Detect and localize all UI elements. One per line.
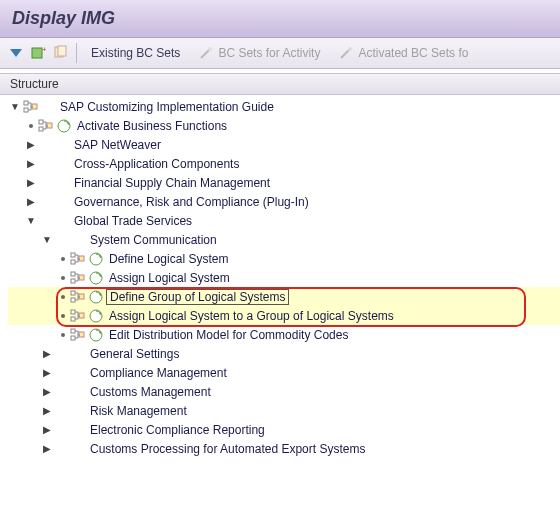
collapse-icon[interactable]: ▼ <box>24 214 38 228</box>
tree-label: Cross-Application Components <box>71 157 239 171</box>
tree-label: Global Trade Services <box>71 214 192 228</box>
activated-bc-sets-label: Activated BC Sets fo <box>358 46 468 60</box>
svg-point-28 <box>90 291 102 303</box>
structure-icon <box>38 118 54 134</box>
tree-label: System Communication <box>87 233 217 247</box>
doc-icon[interactable] <box>52 45 68 61</box>
title-bar: Display IMG <box>0 0 560 38</box>
expand-icon[interactable]: ▶ <box>24 176 38 190</box>
bc-sets-activity-button[interactable]: BC Sets for Activity <box>192 42 326 64</box>
tree-node-define-ls[interactable]: Define Logical System <box>8 249 560 268</box>
svg-rect-25 <box>71 291 75 295</box>
tree-node-edit-dist[interactable]: Edit Distribution Model for Commodity Co… <box>8 325 560 344</box>
svg-rect-10 <box>39 120 43 124</box>
leaf-dot-icon <box>61 295 65 299</box>
activity-icon[interactable] <box>88 270 104 286</box>
expand-icon[interactable]: ▶ <box>24 138 38 152</box>
tree-label: Risk Management <box>87 404 187 418</box>
toolbar-separator <box>76 43 77 63</box>
tree-node-netweaver[interactable]: ▶ SAP NetWeaver <box>8 135 560 154</box>
tree-label: SAP Customizing Implementation Guide <box>57 100 274 114</box>
svg-rect-11 <box>39 127 43 131</box>
expand-icon[interactable]: ▶ <box>24 195 38 209</box>
add-node-icon[interactable]: + <box>30 45 46 61</box>
structure-icon <box>70 308 86 324</box>
expand-icon[interactable]: ▶ <box>40 404 54 418</box>
tree-node-syscomm[interactable]: ▼ System Communication <box>8 230 560 249</box>
activated-bc-sets-button[interactable]: Activated BC Sets fo <box>332 42 474 64</box>
collapse-icon[interactable]: ▼ <box>40 233 54 247</box>
svg-rect-16 <box>71 260 75 264</box>
svg-rect-8 <box>24 108 28 112</box>
tree-label: Customs Management <box>87 385 211 399</box>
svg-marker-0 <box>10 49 22 57</box>
tree-label: SAP NetWeaver <box>71 138 161 152</box>
tree-node-general-settings[interactable]: ▶ General Settings <box>8 344 560 363</box>
tree-label: Define Group of Logical Systems <box>106 289 289 305</box>
toolbar: + Existing BC Sets BC Sets for Activity … <box>0 38 560 69</box>
tree-node-ecr[interactable]: ▶ Electronic Compliance Reporting <box>8 420 560 439</box>
svg-rect-30 <box>71 310 75 314</box>
svg-rect-26 <box>71 298 75 302</box>
svg-point-38 <box>90 329 102 341</box>
structure-icon <box>70 289 86 305</box>
activity-icon[interactable] <box>88 289 104 305</box>
svg-rect-21 <box>71 279 75 283</box>
leaf-dot-icon <box>61 276 65 280</box>
expand-icon[interactable]: ▶ <box>40 442 54 456</box>
expand-icon[interactable]: ▶ <box>24 157 38 171</box>
tree-label: Financial Supply Chain Management <box>71 176 270 190</box>
tree-node-assign-group[interactable]: Assign Logical System to a Group of Logi… <box>8 306 560 325</box>
tree-node-customs-auto[interactable]: ▶ Customs Processing for Automated Expor… <box>8 439 560 458</box>
tree-label: Customs Processing for Automated Export … <box>87 442 365 456</box>
svg-rect-7 <box>24 101 28 105</box>
leaf-dot-icon <box>61 257 65 261</box>
tree-label: Electronic Compliance Reporting <box>87 423 265 437</box>
tree-node-root[interactable]: ▼ SAP Customizing Implementation Guide <box>8 97 560 116</box>
expand-icon[interactable]: ▶ <box>40 347 54 361</box>
tree-label: Define Logical System <box>106 252 228 266</box>
expand-icon[interactable]: ▶ <box>40 385 54 399</box>
svg-rect-36 <box>71 336 75 340</box>
collapse-icon[interactable]: ▼ <box>8 100 22 114</box>
expand-icon[interactable]: ▶ <box>40 366 54 380</box>
tree-node-fscm[interactable]: ▶ Financial Supply Chain Management <box>8 173 560 192</box>
tree-node-activate-business[interactable]: Activate Business Functions <box>8 116 560 135</box>
tree-label: General Settings <box>87 347 179 361</box>
structure-icon <box>70 251 86 267</box>
page-title: Display IMG <box>12 8 548 29</box>
activity-icon[interactable] <box>88 327 104 343</box>
tree-label: Governance, Risk and Compliance (Plug-In… <box>71 195 309 209</box>
existing-bc-sets-label: Existing BC Sets <box>91 46 180 60</box>
activity-icon[interactable] <box>88 251 104 267</box>
svg-rect-4 <box>58 46 66 56</box>
tree-node-risk[interactable]: ▶ Risk Management <box>8 401 560 420</box>
tree-node-customs[interactable]: ▶ Customs Management <box>8 382 560 401</box>
tree-node-gts[interactable]: ▼ Global Trade Services <box>8 211 560 230</box>
tree-label: Assign Logical System <box>106 271 230 285</box>
svg-rect-15 <box>71 253 75 257</box>
tree-node-define-group[interactable]: Define Group of Logical Systems <box>8 287 560 306</box>
content-area: Structure ▼ SAP Customizing Implementati… <box>0 69 560 462</box>
tree-node-grc[interactable]: ▶ Governance, Risk and Compliance (Plug-… <box>8 192 560 211</box>
svg-rect-31 <box>71 317 75 321</box>
expand-all-icon[interactable] <box>8 45 24 61</box>
bc-sets-activity-label: BC Sets for Activity <box>218 46 320 60</box>
tree: ▼ SAP Customizing Implementation Guide A… <box>0 95 560 458</box>
structure-icon <box>23 99 39 115</box>
wand-icon <box>338 45 354 61</box>
svg-point-6 <box>348 47 352 51</box>
tree-node-cross-app[interactable]: ▶ Cross-Application Components <box>8 154 560 173</box>
svg-point-18 <box>90 253 102 265</box>
expand-icon[interactable]: ▶ <box>40 423 54 437</box>
svg-rect-20 <box>71 272 75 276</box>
tree-node-assign-ls[interactable]: Assign Logical System <box>8 268 560 287</box>
tree-label: Compliance Management <box>87 366 227 380</box>
structure-header: Structure <box>0 73 560 95</box>
existing-bc-sets-button[interactable]: Existing BC Sets <box>85 43 186 63</box>
wand-icon <box>198 45 214 61</box>
svg-point-33 <box>90 310 102 322</box>
tree-node-compliance[interactable]: ▶ Compliance Management <box>8 363 560 382</box>
activity-icon[interactable] <box>56 118 72 134</box>
activity-icon[interactable] <box>88 308 104 324</box>
